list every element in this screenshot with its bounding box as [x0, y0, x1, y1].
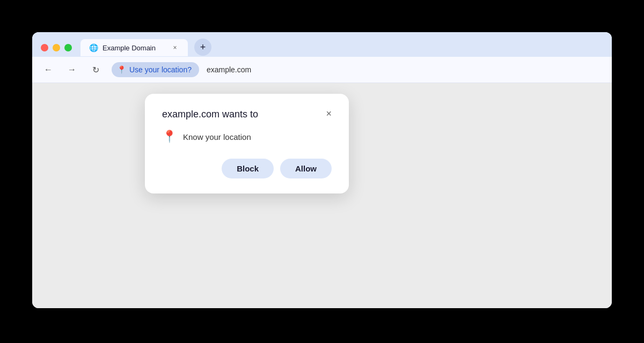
tab-close-button[interactable]: ×: [171, 43, 179, 52]
location-permission-pill[interactable]: 📍 Use your location?: [112, 62, 199, 77]
popup-close-button[interactable]: ×: [326, 109, 332, 118]
location-pill-text: Use your location?: [129, 65, 192, 74]
title-bar: 🌐 Example Domain × +: [32, 32, 612, 57]
block-button[interactable]: Block: [222, 159, 274, 178]
forward-button[interactable]: →: [64, 62, 79, 77]
popup-header: example.com wants to ×: [162, 109, 332, 120]
traffic-lights: [41, 44, 72, 51]
browser-window: 🌐 Example Domain × + ← → ↻ 📍 Use your lo…: [32, 32, 612, 308]
nav-bar: ← → ↻ 📍 Use your location? example.com: [32, 57, 612, 83]
allow-button[interactable]: Allow: [280, 159, 332, 178]
popup-actions: Block Allow: [162, 159, 332, 178]
address-display: example.com: [199, 62, 259, 77]
popup-title: example.com wants to: [162, 109, 258, 120]
popup-location-icon: 📍: [162, 130, 177, 144]
content-area: example.com wants to × 📍 Know your locat…: [32, 83, 612, 308]
back-button[interactable]: ←: [41, 62, 56, 77]
popup-content: 📍 Know your location: [162, 130, 332, 144]
tab-title: Example Domain: [103, 44, 166, 52]
address-bar: 📍 Use your location? example.com: [112, 62, 603, 77]
globe-icon: 🌐: [89, 43, 98, 52]
browser-tab[interactable]: 🌐 Example Domain ×: [80, 39, 188, 56]
close-window-button[interactable]: [41, 44, 48, 51]
popup-description: Know your location: [183, 132, 251, 141]
reload-button[interactable]: ↻: [88, 62, 103, 77]
minimize-window-button[interactable]: [53, 44, 60, 51]
permission-popup: example.com wants to × 📍 Know your locat…: [145, 94, 349, 193]
maximize-window-button[interactable]: [64, 44, 72, 51]
location-pin-icon: 📍: [117, 65, 126, 74]
new-tab-button[interactable]: +: [194, 39, 211, 56]
